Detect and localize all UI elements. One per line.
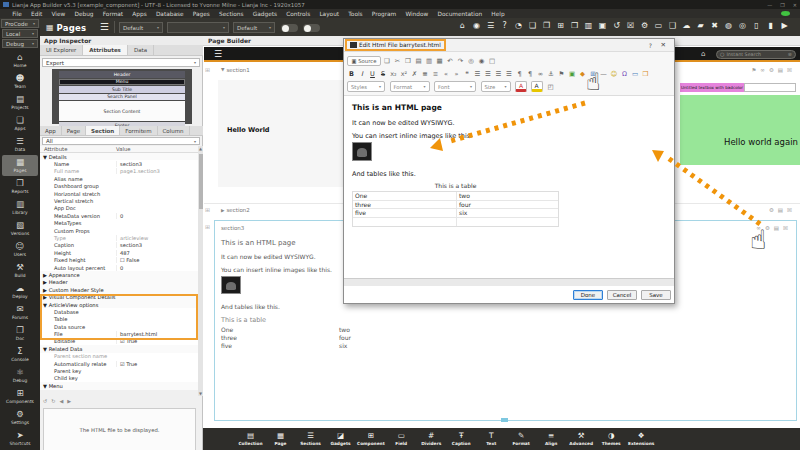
menu-item[interactable]: Edit (26, 11, 46, 17)
sidebar-item[interactable]: ▧ Versions (0, 218, 40, 239)
gear-icon[interactable]: ⚙ (769, 67, 774, 73)
editor-toolbar-icon[interactable]: ⊞ (589, 69, 598, 79)
scope-tab[interactable]: App (40, 126, 62, 135)
menu-item[interactable]: Database (151, 11, 188, 17)
caption-icon[interactable]: ❐ (542, 21, 551, 30)
app-hamburger-icon[interactable]: ☰ (214, 49, 222, 59)
sidebar-item[interactable]: ➤ Shortcuts (0, 428, 40, 449)
library-icon[interactable]: ▥ (584, 21, 593, 30)
green-html-section[interactable]: Hello world again (680, 95, 800, 165)
editor-toolbar-icon[interactable]: ▣ (568, 69, 577, 79)
print-icon[interactable]: ▤ (778, 67, 783, 73)
hamburger-menu-icon[interactable]: ☰ (100, 21, 109, 32)
toggle-switch-1[interactable] (281, 24, 298, 32)
textbox-input[interactable] (744, 83, 796, 92)
package-icon[interactable]: ▰ (696, 21, 705, 30)
text-color-button[interactable]: A (515, 81, 527, 92)
sidebar-item[interactable]: ❒ Reports (0, 176, 40, 197)
bottombar-item[interactable]: ✎ Format (508, 432, 535, 446)
menu-item[interactable]: Gadgets (248, 11, 281, 17)
attribute-value[interactable]: page1.section3 (116, 168, 198, 174)
editor-toolbar-icon[interactable]: B (347, 69, 356, 79)
sidebar-item[interactable]: ☰ Data (0, 134, 40, 155)
editor-toolbar-icon[interactable]: « (442, 69, 451, 79)
attribute-row[interactable]: Caption section3 (40, 242, 198, 249)
bottombar-item[interactable]: ▤ Collection (237, 432, 264, 446)
menu-item[interactable]: Tools (344, 11, 367, 17)
menu-item[interactable]: View (47, 11, 70, 17)
menu-item[interactable]: File (8, 11, 27, 17)
editor-toolbar-icon[interactable]: Ω (620, 69, 629, 79)
attribute-row[interactable]: Dashboard group (40, 183, 198, 190)
attribute-row[interactable]: Height 487 (40, 249, 198, 256)
editor-toolbar-icon[interactable]: ✗ (410, 69, 419, 79)
bottombar-item[interactable]: ❖ Extensions (628, 432, 655, 446)
editor-toolbar-icon[interactable]: ◆ (578, 69, 587, 79)
attribute-row[interactable]: ▶ Custom Header Style (40, 286, 198, 293)
textbox-label[interactable]: Untitled textbox with badcolor (680, 83, 744, 92)
collapse-arrow-icon[interactable]: ▶ (221, 208, 224, 213)
attribute-row[interactable]: ▼ Details (40, 153, 198, 160)
editor-toolbar-icon[interactable]: ¶ (526, 69, 535, 79)
attribute-row[interactable]: ▼ Menu (40, 382, 198, 389)
menu-item[interactable]: Sections (214, 11, 248, 17)
back-icon[interactable]: ◀ (59, 398, 63, 404)
undo-icon[interactable]: ↺ (612, 21, 621, 30)
home-icon[interactable]: ⌂ (458, 21, 467, 30)
deploy-cloud-icon[interactable]: ☁ (682, 21, 691, 30)
editor-toolbar-icon[interactable]: ◉ (477, 56, 486, 66)
link-icon[interactable]: ∞ (760, 67, 765, 73)
attribute-value[interactable]: ☐ False (116, 257, 198, 263)
editor-toolbar-icon[interactable]: ❐ (404, 56, 413, 66)
gear-icon[interactable]: ⚙ (765, 225, 770, 231)
menu-item[interactable]: Window (401, 11, 433, 17)
editor-toolbar-icon[interactable]: x₂ (389, 69, 398, 79)
redo-icon[interactable]: ↻ (51, 398, 55, 404)
editor-toolbar-icon[interactable]: ∞ (536, 69, 545, 79)
sidebar-item[interactable]: ⚒ Build (0, 260, 40, 281)
bottombar-item[interactable]: Ŧ Caption (448, 432, 475, 446)
attribute-row[interactable]: App Doc (40, 205, 198, 212)
attribute-row[interactable]: Vertical stretch (40, 197, 198, 204)
editor-toolbar-icon[interactable]: » (452, 69, 461, 79)
local-dropdown[interactable]: Local▾ (2, 29, 38, 38)
attribute-value[interactable]: section3 (116, 242, 198, 248)
layout-region[interactable]: Header (59, 71, 185, 78)
sidebar-item[interactable]: ⌂ Home (0, 50, 40, 71)
attribute-row[interactable]: Type articleview (40, 234, 198, 241)
scope-tab[interactable]: Column (158, 126, 190, 135)
maximize-editor-icon[interactable]: ◰ (546, 82, 555, 92)
attribute-row[interactable]: MetaData version 0 (40, 212, 198, 219)
add-page-icon[interactable]: ❑ (668, 21, 677, 30)
editor-toolbar-icon[interactable]: ⚓ (547, 69, 556, 79)
format-dropdown[interactable]: Format▾ (390, 81, 430, 92)
phone-view-icon[interactable]: ▮ (766, 21, 775, 30)
attribute-row[interactable]: Full name page1.section3 (40, 168, 198, 175)
instant-search-box[interactable]: ○ Instant Search ⊗ (716, 50, 796, 59)
attribute-row[interactable]: Auto layout percent 0 (40, 264, 198, 271)
attribute-value[interactable]: ☑ True (116, 338, 198, 344)
debug-dropdown[interactable]: Debug▾ (2, 39, 38, 48)
attribute-value[interactable]: barrytest.html (116, 331, 198, 337)
attribute-row[interactable]: ▶ Header (40, 279, 198, 286)
editor-toolbar-icon[interactable]: ☰ (494, 69, 503, 79)
attribute-row[interactable]: ▶ Appearance (40, 271, 198, 278)
editor-toolbar-icon[interactable]: ✂ (393, 56, 402, 66)
scope-tab[interactable]: Page (62, 126, 86, 135)
scope-tab[interactable]: Formitem (120, 126, 157, 135)
delete-icon[interactable]: ☒ (787, 207, 792, 213)
workspace-dropdown[interactable]: Default▾ (119, 22, 163, 33)
history-icon[interactable]: ◔ (514, 21, 523, 30)
editor-toolbar-icon[interactable]: ¶ (515, 69, 524, 79)
minimize-button[interactable]: — (767, 2, 772, 8)
web-dark-icon[interactable]: ◍ (724, 21, 733, 30)
size-dropdown[interactable]: Size▾ (481, 81, 511, 92)
layout-region[interactable]: Menu (59, 79, 185, 86)
attribute-row[interactable]: File barrytest.html (40, 330, 198, 337)
attribute-row[interactable]: Parent key (40, 367, 198, 374)
attribute-value[interactable]: 487 (116, 250, 198, 256)
menu-item[interactable]: Controls (282, 11, 315, 17)
desktop-view-icon[interactable]: ▭ (654, 21, 663, 30)
attribute-row[interactable]: MetaTypes (40, 220, 198, 227)
home-icon[interactable]: ⌂ (701, 50, 705, 58)
